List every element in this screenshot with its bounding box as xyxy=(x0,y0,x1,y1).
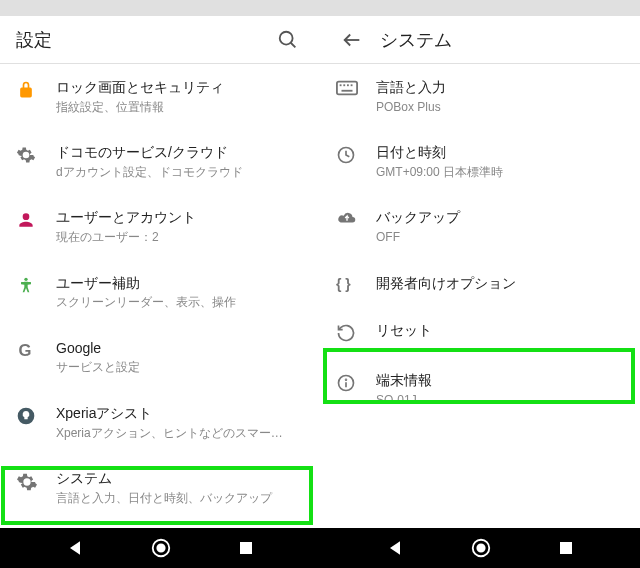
nav-home-icon[interactable] xyxy=(470,537,492,559)
nav-bar xyxy=(0,528,640,568)
gear-icon xyxy=(16,145,36,165)
row-title: 開発者向けオプション xyxy=(376,274,624,294)
status-bar xyxy=(320,0,640,16)
row-sub: dアカウント設定、ドコモクラウド xyxy=(56,165,304,181)
row-about-phone[interactable]: 端末情報SO-01J xyxy=(320,357,640,422)
svg-rect-8 xyxy=(343,84,345,86)
app-bar-left: 設定 xyxy=(0,16,320,64)
clock-icon xyxy=(336,145,356,165)
status-bar xyxy=(0,0,320,16)
back-icon[interactable] xyxy=(336,24,368,56)
row-backup[interactable]: バックアップOFF xyxy=(320,194,640,259)
svg-point-15 xyxy=(346,379,347,380)
settings-list: ロック画面とセキュリティ指紋設定、位置情報 ドコモのサービス/クラウドdアカウン… xyxy=(0,64,320,526)
row-title: 端末情報 xyxy=(376,371,624,391)
svg-point-2 xyxy=(24,277,27,280)
search-icon[interactable] xyxy=(272,24,304,56)
row-users-accounts[interactable]: ユーザーとアカウント現在のユーザー：2 xyxy=(0,194,320,259)
svg-rect-21 xyxy=(560,542,572,554)
nav-back-icon[interactable] xyxy=(385,538,405,558)
row-reset[interactable]: リセット xyxy=(320,307,640,357)
svg-rect-6 xyxy=(337,82,357,95)
page-title: 設定 xyxy=(16,28,272,52)
svg-point-20 xyxy=(477,544,484,551)
row-title: システム xyxy=(56,469,304,489)
svg-rect-10 xyxy=(351,84,353,86)
row-title: ドコモのサービス/クラウド xyxy=(56,143,304,163)
row-title: 言語と入力 xyxy=(376,78,624,98)
nav-back-icon[interactable] xyxy=(65,538,85,558)
bulb-icon xyxy=(16,406,36,426)
row-language-input[interactable]: 言語と入力POBox Plus xyxy=(320,64,640,129)
row-date-time[interactable]: 日付と時刻GMT+09:00 日本標準時 xyxy=(320,129,640,194)
page-title: システム xyxy=(380,28,624,52)
braces-icon: { } xyxy=(336,276,351,292)
row-sub: スクリーンリーダー、表示、操作 xyxy=(56,295,304,311)
row-sub: Xperiaアクション、ヒントなどのスマー… xyxy=(56,426,304,442)
nav-home-icon[interactable] xyxy=(150,537,172,559)
nav-recent-icon[interactable] xyxy=(557,539,575,557)
svg-point-17 xyxy=(157,544,164,551)
system-gear-icon xyxy=(16,471,38,493)
row-google[interactable]: G Googleサービスと設定 xyxy=(0,325,320,390)
row-sub: GMT+09:00 日本標準時 xyxy=(376,165,624,181)
app-bar-right: システム xyxy=(320,16,640,64)
row-accessibility[interactable]: ユーザー補助スクリーンリーダー、表示、操作 xyxy=(0,260,320,325)
info-icon xyxy=(336,373,356,393)
row-title: ユーザーとアカウント xyxy=(56,208,304,228)
row-sub: 指紋設定、位置情報 xyxy=(56,100,304,116)
row-title: リセット xyxy=(376,321,624,341)
system-pane: システム 言語と入力POBox Plus 日付と時刻GMT+09:00 日本標準… xyxy=(320,0,640,568)
settings-pane: 設定 ロック画面とセキュリティ指紋設定、位置情報 ドコモのサービス/クラウドdア… xyxy=(0,0,320,568)
row-title: Xperiaアシスト xyxy=(56,404,304,424)
row-title: 日付と時刻 xyxy=(376,143,624,163)
reset-icon xyxy=(336,323,356,343)
row-sub: OFF xyxy=(376,230,624,246)
svg-rect-9 xyxy=(347,84,349,86)
cloud-icon xyxy=(336,210,358,226)
google-icon: G xyxy=(16,341,36,361)
row-title: バックアップ xyxy=(376,208,624,228)
row-developer-options[interactable]: { } 開発者向けオプション xyxy=(320,260,640,308)
nav-recent-icon[interactable] xyxy=(237,539,255,557)
row-sub: 言語と入力、日付と時刻、バックアップ xyxy=(56,491,304,507)
accessibility-icon xyxy=(16,276,36,296)
svg-rect-11 xyxy=(342,90,353,92)
row-sub: POBox Plus xyxy=(376,100,624,116)
row-title: ロック画面とセキュリティ xyxy=(56,78,304,98)
lock-icon xyxy=(16,80,36,100)
keyboard-icon xyxy=(336,80,358,96)
user-icon xyxy=(16,210,36,230)
row-title: ユーザー補助 xyxy=(56,274,304,294)
row-xperia-assist[interactable]: XperiaアシストXperiaアクション、ヒントなどのスマー… xyxy=(0,390,320,455)
svg-line-1 xyxy=(291,42,296,47)
system-list: 言語と入力POBox Plus 日付と時刻GMT+09:00 日本標準時 バック… xyxy=(320,64,640,422)
row-sub: SO-01J xyxy=(376,393,624,409)
svg-point-0 xyxy=(280,31,293,44)
row-sub: 現在のユーザー：2 xyxy=(56,230,304,246)
svg-rect-18 xyxy=(240,542,252,554)
row-docomo[interactable]: ドコモのサービス/クラウドdアカウント設定、ドコモクラウド xyxy=(0,129,320,194)
row-sub: サービスと設定 xyxy=(56,360,304,376)
row-system[interactable]: システム言語と入力、日付と時刻、バックアップ xyxy=(0,455,320,526)
row-title: Google xyxy=(56,339,304,359)
svg-text:G: G xyxy=(19,341,32,360)
svg-rect-7 xyxy=(340,84,342,86)
row-lock-security[interactable]: ロック画面とセキュリティ指紋設定、位置情報 xyxy=(0,64,320,129)
